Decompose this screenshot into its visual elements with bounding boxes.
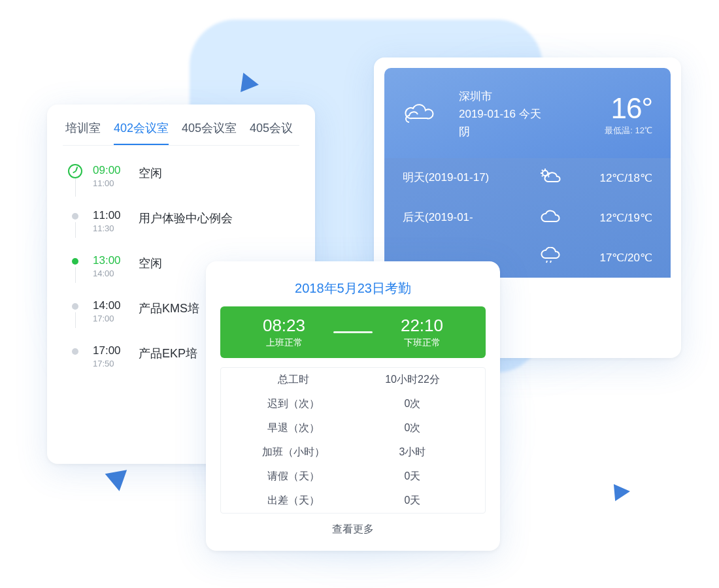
forecast-range: 12℃/19℃ xyxy=(565,211,652,225)
slot-title: 空闲 xyxy=(139,164,162,181)
weather-current-temp: 16° xyxy=(605,92,652,125)
view-more-button[interactable]: 查看更多 xyxy=(220,514,486,540)
slot-end-time: 17:50 xyxy=(93,359,129,368)
meeting-slot[interactable]: 11:0011:30用户体验中心例会 xyxy=(67,203,295,248)
slot-start-time: 13:00 xyxy=(93,254,129,267)
attendance-widget: 2018年5月23日考勤 08:23 上班正常 22:10 下班正常 总工时10… xyxy=(206,261,500,551)
forecast-day: 明天(2019-01-17) xyxy=(403,170,535,186)
timeline-dot-icon xyxy=(72,348,78,355)
timeline-dot-icon xyxy=(72,303,78,310)
slot-end-time: 11:30 xyxy=(93,223,129,233)
timeline-dot-icon xyxy=(72,213,78,220)
slot-title: 产品KMS培 xyxy=(139,299,199,316)
attendance-stat-row: 出差（天）0天 xyxy=(221,489,485,513)
slot-title: 空闲 xyxy=(139,254,162,271)
attendance-stat-row: 总工时10小时22分 xyxy=(221,368,485,392)
slot-start-time: 11:00 xyxy=(93,209,129,222)
slot-title: 产品EKP培 xyxy=(139,344,197,361)
decorative-triangle-icon xyxy=(105,470,131,493)
timeline-dot-icon xyxy=(72,258,78,265)
decorative-triangle-icon xyxy=(241,73,260,94)
slot-title: 用户体验中心例会 xyxy=(139,209,233,226)
room-tab[interactable]: 402会议室 xyxy=(114,120,169,145)
meeting-slot[interactable]: 09:0011:00空闲 xyxy=(67,157,295,203)
attendance-stat-row: 迟到（次）0次 xyxy=(221,392,485,416)
slot-end-time: 11:00 xyxy=(93,178,129,188)
stat-value: 3小时 xyxy=(353,446,472,459)
stat-label: 请假（天） xyxy=(234,470,353,483)
attendance-time-bar: 08:23 上班正常 22:10 下班正常 xyxy=(220,306,486,358)
weather-forecast-list: 明天(2019-01-17)12℃/18℃后天(2019-01-12℃/19℃1… xyxy=(384,158,671,278)
forecast-row: 明天(2019-01-17)12℃/18℃ xyxy=(384,158,671,198)
weather-low-temp: 最低温: 12℃ xyxy=(605,125,652,137)
sun-cloud-icon xyxy=(535,167,565,189)
weather-current: 深圳市 2019-01-16 今天 阴 16° 最低温: 12℃ xyxy=(384,68,671,158)
rain-icon xyxy=(535,247,565,269)
attendance-stats: 总工时10小时22分迟到（次）0次早退（次）0次加班（小时）3小时请假（天）0天… xyxy=(220,367,486,514)
stat-label: 迟到（次） xyxy=(234,397,353,411)
weather-city: 深圳市 xyxy=(459,88,593,105)
cloud-icon xyxy=(401,100,434,126)
weather-condition: 阴 xyxy=(459,123,593,140)
stat-label: 出差（天） xyxy=(234,494,353,508)
attendance-stat-row: 加班（小时）3小时 xyxy=(221,440,485,465)
slot-end-time: 14:00 xyxy=(93,269,129,278)
room-tab[interactable]: 培训室 xyxy=(65,120,101,145)
checkout-label: 下班正常 xyxy=(373,337,471,349)
timeline-dot-icon xyxy=(68,164,82,178)
decorative-triangle-icon xyxy=(614,483,631,501)
stat-label: 早退（次） xyxy=(234,421,353,435)
slot-start-time: 09:00 xyxy=(93,164,129,177)
stat-value: 0天 xyxy=(353,494,472,508)
stat-value: 0次 xyxy=(353,397,472,411)
stat-label: 加班（小时） xyxy=(234,446,353,459)
checkin-label: 上班正常 xyxy=(235,337,333,349)
room-tab[interactable]: 405会议室 xyxy=(182,120,237,145)
stat-value: 10小时22分 xyxy=(353,373,472,387)
attendance-stat-row: 早退（次）0次 xyxy=(221,416,485,440)
slot-start-time: 17:00 xyxy=(93,344,129,357)
forecast-day: 后天(2019-01- xyxy=(403,210,535,226)
stat-label: 总工时 xyxy=(234,373,353,387)
room-tab[interactable]: 405会议 xyxy=(250,120,293,145)
room-tabs: 培训室402会议室405会议室405会议 xyxy=(63,108,299,146)
attendance-stat-row: 请假（天）0天 xyxy=(221,465,485,489)
slot-start-time: 14:00 xyxy=(93,299,129,312)
weather-date: 2019-01-16 今天 xyxy=(459,105,593,123)
stat-value: 0次 xyxy=(353,421,472,435)
stat-value: 0天 xyxy=(353,470,472,483)
forecast-row: 后天(2019-01-12℃/19℃ xyxy=(384,198,671,238)
checkout-time: 22:10 xyxy=(373,316,471,336)
forecast-range: 17℃/20℃ xyxy=(565,251,652,265)
time-connector-icon xyxy=(333,331,373,333)
forecast-range: 12℃/18℃ xyxy=(565,171,652,185)
attendance-title: 2018年5月23日考勤 xyxy=(220,280,486,297)
slot-end-time: 17:00 xyxy=(93,314,129,323)
checkin-time: 08:23 xyxy=(235,316,333,336)
cloud-icon xyxy=(535,207,565,229)
